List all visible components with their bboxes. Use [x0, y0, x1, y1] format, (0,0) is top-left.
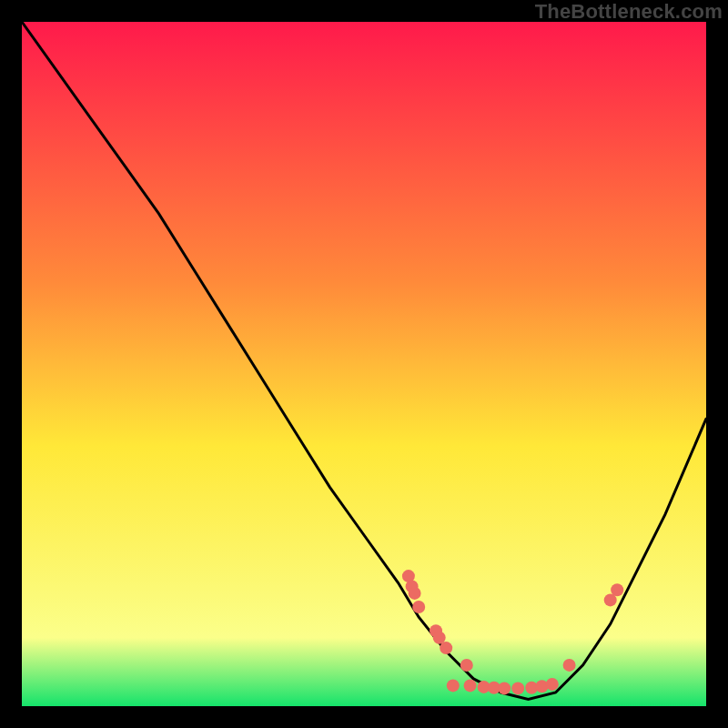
data-marker	[460, 659, 473, 672]
data-marker	[511, 682, 524, 694]
data-marker	[611, 583, 623, 596]
plot-area	[22, 22, 706, 706]
chart-svg	[22, 22, 706, 706]
gradient-background	[22, 22, 706, 706]
data-marker	[464, 679, 477, 692]
data-marker	[546, 678, 559, 691]
data-marker	[447, 679, 460, 692]
data-marker	[412, 601, 425, 613]
data-marker	[440, 642, 452, 654]
data-marker	[409, 587, 421, 600]
data-marker	[498, 682, 511, 694]
chart-container: TheBottleneck.com	[0, 0, 728, 728]
watermark-label: TheBottleneck.com	[535, 0, 723, 24]
data-marker	[563, 659, 576, 672]
